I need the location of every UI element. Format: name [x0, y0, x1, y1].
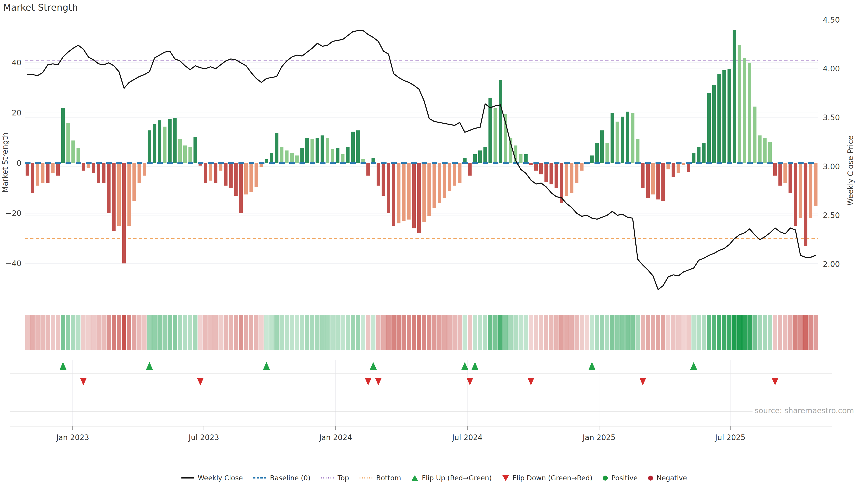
- strength-bar: [285, 151, 289, 163]
- strength-bar: [36, 163, 39, 186]
- heatmap-cell: [417, 315, 421, 350]
- heatmap-cell: [559, 315, 564, 350]
- strength-bar: [76, 148, 80, 163]
- strength-bar: [290, 153, 294, 163]
- strength-bar: [631, 113, 634, 163]
- heatmap-cell: [717, 315, 721, 350]
- strength-bar: [66, 123, 70, 163]
- strength-bar: [473, 154, 477, 163]
- strength-bar: [341, 154, 345, 163]
- heatmap-cell: [798, 315, 803, 350]
- strength-bar: [763, 138, 767, 163]
- heatmap-cell: [152, 315, 157, 350]
- strength-bar: [183, 145, 187, 163]
- legend-item-label: Baseline (0): [270, 474, 310, 482]
- flip-down-icon: [375, 378, 382, 385]
- legend-item: Negative: [648, 474, 687, 482]
- strength-bar: [229, 163, 233, 188]
- heatmap-cell: [107, 315, 111, 350]
- strength-bar: [433, 163, 436, 208]
- strength-bar: [412, 163, 416, 228]
- strength-bar: [178, 139, 182, 163]
- heatmap-cell: [30, 315, 35, 350]
- strength-bar: [453, 163, 457, 186]
- heatmap-cell: [803, 315, 808, 350]
- strength-bar: [524, 154, 528, 163]
- heatmap-cell: [137, 315, 142, 350]
- strength-bar: [611, 113, 614, 163]
- strength-bar: [600, 130, 604, 163]
- heatmap-cell: [630, 315, 635, 350]
- heatmap-cell: [681, 315, 686, 350]
- strength-bar: [122, 163, 126, 263]
- strength-bar: [428, 163, 431, 216]
- heatmap-cell: [127, 315, 131, 350]
- strength-bar: [107, 163, 111, 213]
- heatmap-cell: [758, 315, 762, 350]
- strength-bar: [387, 163, 391, 213]
- heatmap-cell: [112, 315, 116, 350]
- strength-bar: [280, 147, 284, 163]
- right-tick-label: 4.00: [823, 64, 840, 73]
- strength-bar: [814, 163, 817, 206]
- x-tick-label: Jan 2023: [56, 433, 89, 442]
- heatmap-cell: [773, 315, 777, 350]
- heatmap-cell: [686, 315, 691, 350]
- heatmap-cell: [46, 315, 50, 350]
- heatmap-cell: [61, 315, 65, 350]
- x-tick-label: Jul 2024: [452, 433, 483, 442]
- legend-item-label: Top: [338, 474, 349, 482]
- heatmap-cell: [427, 315, 432, 350]
- heatmap-cell: [285, 315, 289, 350]
- strength-bar: [204, 163, 207, 183]
- flip-down-icon: [772, 378, 778, 385]
- heatmap-cell: [742, 315, 747, 350]
- right-tick-label: 3.00: [823, 162, 840, 171]
- negative-dot-icon: [648, 476, 653, 481]
- heatmap-cell: [671, 315, 676, 350]
- heatmap-cell: [788, 315, 793, 350]
- heatmap-cell: [270, 315, 274, 350]
- strength-bar: [254, 163, 258, 187]
- legend-item-label: Flip Up (Red→Green): [422, 474, 492, 482]
- legend-item: Bottom: [360, 474, 401, 482]
- strength-bar: [392, 163, 396, 226]
- heatmap-cell: [534, 315, 538, 350]
- strength-bar: [773, 163, 777, 176]
- heatmap-cell: [147, 315, 152, 350]
- strength-bar: [636, 139, 640, 163]
- flip-up-icon: [263, 362, 270, 369]
- strength-bar: [102, 163, 105, 183]
- strength-bar: [687, 163, 690, 172]
- strength-bar: [244, 163, 248, 195]
- heatmap-cell: [56, 315, 60, 350]
- x-tick-label: Jul 2025: [715, 433, 745, 442]
- heatmap-cell: [173, 315, 177, 350]
- strength-bar: [758, 135, 762, 163]
- strength-bar: [794, 163, 797, 226]
- strength-bar: [168, 119, 172, 163]
- heatmap-cell: [813, 315, 818, 350]
- strength-bar: [336, 148, 340, 163]
- heatmap-cell: [783, 315, 787, 350]
- strength-bar: [606, 143, 609, 163]
- legend-item-label: Bottom: [376, 474, 401, 482]
- heatmap-cell: [447, 315, 452, 350]
- heatmap-cell: [132, 315, 136, 350]
- heatmap-cell: [809, 315, 813, 350]
- strength-bar: [61, 108, 65, 163]
- left-tick-label: 40: [12, 58, 22, 67]
- heatmap-cell: [101, 315, 106, 350]
- heatmap-cell: [336, 315, 340, 350]
- strength-bar: [234, 163, 238, 196]
- heatmap-cell: [732, 315, 737, 350]
- strength-bar: [407, 163, 411, 220]
- flip-up-icon: [370, 362, 377, 369]
- left-tick-label: 0: [17, 159, 22, 168]
- strength-bar: [295, 156, 299, 163]
- strength-bar: [153, 124, 156, 163]
- heatmap-cell: [381, 315, 386, 350]
- heatmap-cell: [35, 315, 40, 350]
- heatmap-cell: [763, 315, 767, 350]
- strength-bar: [417, 163, 421, 233]
